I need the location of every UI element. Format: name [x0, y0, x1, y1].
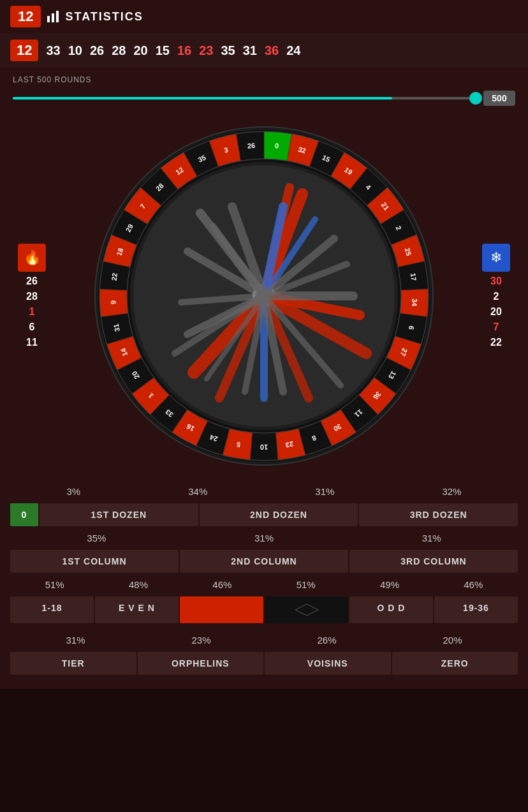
- pct-3-1: 51%: [45, 579, 64, 590]
- main-content: 🔥 26 28 1 6 11: [0, 111, 528, 689]
- roulette-wheel: 0321519421225173462713361130823105241633…: [92, 124, 436, 468]
- dozens-row: 0 1ST DOZEN 2ND DOZEN 3RD DOZEN: [10, 503, 518, 526]
- pct-4-1: 31%: [66, 635, 85, 646]
- history-num-1: 33: [46, 43, 60, 58]
- hot-icon: 🔥: [18, 244, 46, 272]
- history-num-5: 20: [133, 43, 147, 58]
- pct-3-4: 51%: [297, 579, 316, 590]
- top-bar-number: 12: [10, 6, 41, 27]
- third-column: 3RD COLUMN: [349, 550, 518, 573]
- pct-row-1: 3% 34% 31% 32%: [0, 481, 528, 502]
- svg-rect-1: [52, 13, 54, 22]
- pct-4-3: 26%: [317, 635, 336, 646]
- cold-num-1: 30: [490, 276, 502, 287]
- history-num-7: 16: [177, 43, 191, 58]
- top-bar: 12 STATISTICS: [0, 0, 528, 33]
- hot-num-5: 11: [26, 337, 38, 348]
- pct-3-5: 49%: [380, 579, 399, 590]
- hot-num-4: 6: [29, 321, 35, 333]
- history-num-2: 10: [68, 43, 82, 58]
- columns-row: 1ST COLUMN 2ND COLUMN 3RD COLUMN: [10, 550, 518, 573]
- svg-text:26: 26: [247, 142, 255, 150]
- cold-num-3: 20: [490, 306, 502, 318]
- history-num-3: 26: [90, 43, 104, 58]
- slider-section: LAST 500 ROUNDS 500: [0, 68, 528, 111]
- slider-track[interactable]: [13, 97, 476, 100]
- history-current: 12: [10, 40, 38, 61]
- slider-thumb[interactable]: [469, 92, 482, 105]
- pct-3-2: 48%: [129, 579, 148, 590]
- svg-text:23: 23: [285, 440, 294, 449]
- bet-even: E V E N: [95, 596, 179, 623]
- pct-row-4: 31% 23% 26% 20%: [0, 624, 528, 651]
- section-voisins: VOISINS: [265, 652, 391, 675]
- history-num-8: 23: [199, 43, 213, 58]
- first-dozen: 1ST DOZEN: [40, 503, 198, 526]
- hot-num-1: 26: [26, 276, 38, 287]
- slider-fill: [13, 97, 392, 100]
- wheel-container: 🔥 26 28 1 6 11: [0, 111, 528, 481]
- cold-icon: ❄: [482, 244, 510, 272]
- history-num-9: 35: [221, 43, 235, 58]
- hot-num-2: 28: [26, 291, 38, 302]
- svg-text:0: 0: [274, 142, 279, 149]
- stats-icon: [46, 10, 60, 24]
- hot-panel: 🔥 26 28 1 6 11: [13, 244, 51, 348]
- history-num-6: 15: [156, 43, 170, 58]
- stats-title: STATISTICS: [46, 10, 143, 24]
- history-num-4: 28: [112, 43, 126, 58]
- red-diamond-icon: [209, 603, 235, 617]
- history-num-12: 24: [286, 43, 300, 58]
- svg-text:9: 9: [110, 300, 117, 305]
- bet-odd: O D D: [349, 596, 433, 623]
- pct-2-3: 31%: [422, 533, 441, 543]
- third-dozen: 3RD DOZEN: [359, 503, 518, 526]
- history-num-10: 31: [243, 43, 257, 58]
- svg-text:10: 10: [260, 443, 268, 451]
- pct-row-2: 35% 31% 31%: [0, 528, 528, 549]
- stats-label: STATISTICS: [65, 10, 143, 24]
- svg-rect-0: [47, 16, 50, 22]
- number-history: 12 33 10 26 28 20 15 16 23 35 31 36 24: [0, 33, 528, 68]
- slider-row[interactable]: 500: [13, 91, 515, 106]
- bet-1-18: 1-18: [10, 596, 94, 623]
- pct-3-6: 46%: [464, 579, 483, 590]
- first-column: 1ST COLUMN: [10, 550, 179, 573]
- cold-num-4: 7: [494, 321, 499, 333]
- cold-num-2: 2: [494, 291, 499, 302]
- bet-black: [265, 596, 348, 623]
- hot-num-3: 1: [29, 306, 35, 318]
- svg-text:17: 17: [409, 272, 418, 281]
- bet-19-36: 19-36: [434, 596, 518, 623]
- svg-text:34: 34: [411, 299, 419, 307]
- svg-rect-2: [56, 11, 59, 22]
- bet-red: [180, 596, 263, 623]
- pct-3-3: 46%: [212, 579, 231, 590]
- second-dozen: 2ND DOZEN: [200, 503, 358, 526]
- second-column: 2ND COLUMN: [180, 550, 348, 573]
- sections-row: TIER ORPHELINS VOISINS ZERO: [10, 652, 518, 675]
- section-zero: ZERO: [392, 652, 518, 675]
- cold-panel: ❄ 30 2 20 7 22: [477, 244, 515, 348]
- pct-row-3: 51% 48% 46% 51% 49% 46%: [0, 574, 528, 595]
- pct-4-2: 23%: [191, 635, 210, 646]
- pct-4-4: 20%: [443, 635, 462, 646]
- slider-value: 500: [483, 91, 515, 106]
- cold-num-5: 22: [490, 337, 502, 348]
- svg-text:22: 22: [110, 272, 119, 281]
- pct-1-4: 32%: [442, 486, 461, 497]
- pct-2-2: 31%: [254, 533, 274, 543]
- pct-2-1: 35%: [87, 533, 106, 543]
- svg-marker-72: [295, 604, 318, 616]
- section-orphelins: ORPHELINS: [138, 652, 264, 675]
- history-num-11: 36: [265, 43, 279, 58]
- svg-text:31: 31: [112, 323, 121, 333]
- pct-1-2: 34%: [188, 486, 207, 497]
- pct-1-1: 3%: [67, 486, 81, 497]
- bets-row: 1-18 E V E N O D D 19-36: [10, 596, 518, 623]
- pct-1-3: 31%: [315, 486, 334, 497]
- black-diamond-icon: [294, 603, 319, 617]
- slider-label: LAST 500 ROUNDS: [13, 75, 515, 84]
- svg-marker-71: [210, 604, 233, 616]
- zero-cell: 0: [10, 503, 38, 526]
